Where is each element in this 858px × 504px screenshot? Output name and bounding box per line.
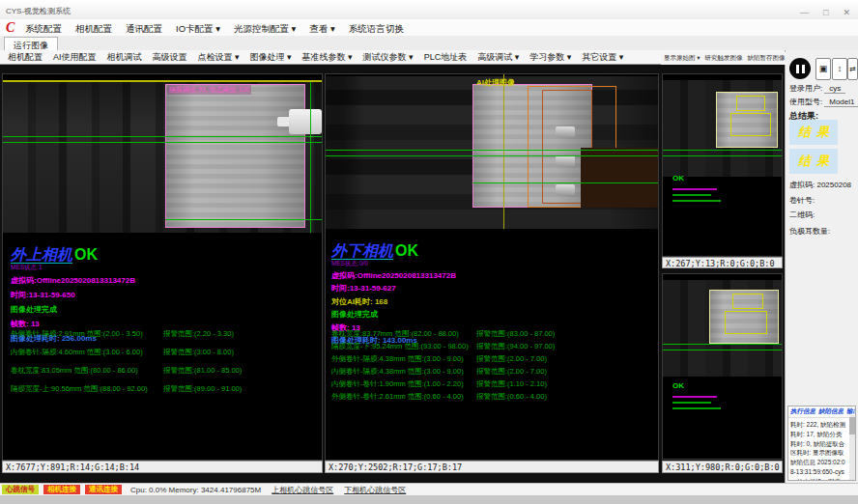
result-box-upper: 结果	[789, 120, 838, 145]
camera-name: 外下相机	[331, 242, 393, 260]
baseline-yellow-line	[3, 80, 322, 82]
thumbnail-view-top[interactable]: OK	[662, 73, 783, 257]
toolbar-item-image-process[interactable]: 图像处理 ▾	[250, 51, 292, 64]
menu-item-language[interactable]: 系统语言切换	[349, 23, 404, 36]
measurement-text: 隔膜宽度-上:90.56mm 范围:(88.00 - 92.00)	[11, 384, 163, 403]
process-done-line: 图像处理完成	[11, 304, 300, 315]
toolbar-item-baseline-params[interactable]: 基准线参数 ▾	[302, 51, 353, 64]
model-value: Model1	[824, 98, 858, 107]
toolbar-item-tester-params[interactable]: 测试仪参数 ▾	[363, 51, 414, 64]
menu-item-camera-config[interactable]: 相机配置	[75, 23, 112, 36]
menu-item-comm-config[interactable]: 通讯配置	[126, 23, 162, 36]
measurement-text: 隔膜宽度-下:95.24mm 范围:(93.00 - 98.00)	[331, 342, 476, 354]
toolbar-item-camera-config[interactable]: 相机配置	[8, 51, 43, 64]
menu-item-system-config[interactable]: 系统配置	[25, 23, 62, 36]
pixel-coordinate-bar: X:270;Y:2502;R:17;G:17;B:17	[325, 461, 659, 473]
measure-green-line-vertical	[310, 82, 311, 233]
alarm-range-text: 报警范围:(2.20 - 3.30)	[163, 329, 234, 348]
menu-item-io-config[interactable]: IO卡配置 ▾	[176, 23, 220, 36]
tab-defect-cache-image[interactable]: 缺陷暂存图像	[748, 54, 786, 63]
toolbar-item-other-settings[interactable]: 其它设置 ▾	[582, 51, 623, 64]
toolbar-item-spot-check[interactable]: 点检设置 ▾	[198, 51, 240, 64]
info-log-tabs: 执行信息 缺陷信息 输出信息	[788, 406, 855, 418]
alarm-range-text: 报警范围:(0.60 - 4.00)	[476, 392, 547, 405]
measurement-text: 内侧卷针-隔膜:4.38mm 范围:(3.00 - 9.00)	[331, 367, 476, 379]
login-user-label: 登录用户:	[789, 84, 822, 93]
camera-result-line: 外上相机OK	[11, 246, 300, 264]
grid-tool-button[interactable]: ▣	[815, 58, 831, 80]
toolbar-item-advanced-settings[interactable]: 高级设置	[153, 51, 187, 64]
toolbar-item-plc-table[interactable]: PLC地址表	[424, 51, 468, 64]
swap-arrow-icon: ⇄	[849, 65, 856, 73]
swap-tool-button[interactable]: ⇄	[847, 58, 858, 80]
virtual-code-line: 虚拟码:Offline2025020813313472B	[331, 270, 621, 281]
view-tab-strip: 运行图像	[0, 36, 858, 51]
measurement-row: 内侧卷针-卷针:1.90mm 范围:(1.00 - 2.20) 报警范围:(1.…	[331, 379, 656, 392]
process-done-line: 图像处理完成	[331, 309, 621, 320]
title-bar: CYS-视觉检测系统 — □ ✕	[0, 0, 858, 20]
text-line-decoration	[672, 188, 717, 190]
measurement-row: 内侧卷针-隔膜:4.38mm 范围:(3.00 - 9.00) 报警范围:(2.…	[331, 367, 656, 379]
menu-item-view[interactable]: 查看 ▾	[309, 23, 334, 36]
toolbar-item-camera-debug[interactable]: 相机调试	[107, 51, 142, 64]
measure-green-line	[663, 150, 782, 151]
measurement-text: 外侧卷针-隔膜:4.38mm 范围:(3.00 - 9.00)	[331, 354, 476, 367]
pixel-coordinate-bar: X:267;Y:13;R:0;G:0;B:0	[662, 257, 783, 268]
model-label: 使用型号:	[789, 98, 822, 106]
camera-view-upper-outer[interactable]: 隔膜阈值:93, 动态阈值:100 外上相机OK MES状态:1 虚拟码:Off…	[2, 73, 323, 461]
detect-box-yellow	[732, 294, 763, 309]
measurement-row: 隔膜宽度-上:90.56mm 范围:(88.00 - 92.00) 报警范围:(…	[11, 384, 322, 403]
lower-camera-heartbeat-link[interactable]: 下相机心跳信号区	[344, 485, 406, 495]
time-line: 时间:13-31-59-627	[331, 283, 621, 294]
alarm-range-text: 报警范围:(83.00 - 87.00)	[476, 329, 555, 342]
electrode-tab	[556, 126, 575, 137]
window-controls: — □ ✕	[800, 8, 850, 17]
result-overlay-mini: OK	[672, 167, 721, 202]
info-log-scrollbar[interactable]	[849, 415, 855, 480]
thumbnail-view-bottom[interactable]: OK	[662, 273, 783, 460]
alarm-range-text: 报警范围:(2.00 - 7.00)	[476, 367, 547, 379]
maximize-button[interactable]: □	[823, 8, 828, 17]
updown-tool-button[interactable]: ↕	[832, 58, 847, 80]
upper-camera-heartbeat-link[interactable]: 上相机心跳信号区	[272, 485, 333, 495]
measurement-text: 外侧卷针-卷针:2.61mm 范围:(0.60 - 4.00)	[331, 392, 476, 405]
minimize-button[interactable]: —	[800, 8, 809, 17]
toolbar-item-advanced-debug[interactable]: 高级调试 ▾	[477, 51, 519, 64]
window-title: CYS-视觉检测系统	[6, 6, 71, 16]
mes-status: MES状态:0/0	[331, 260, 621, 267]
measurement-row: 外侧卷针-隔膜:2.91mm 范围:(2.00 - 3.50) 报警范围:(2.…	[11, 329, 322, 348]
ai-elapsed-line: 对位AI耗时: 168	[331, 296, 621, 307]
status-bar: 心跳信号 相机连接 通讯连接 Cpu: 0.0% Memory: 3424.41…	[0, 483, 858, 495]
text-line-decoration	[672, 194, 711, 196]
tab-trigger-image[interactable]: 研究触发图像	[705, 54, 743, 63]
text-line-decoration	[672, 407, 721, 409]
frame-count-line: 帧数: 13	[11, 319, 300, 329]
pause-button[interactable]	[789, 58, 811, 79]
menu-item-light-config[interactable]: 光源控制配置 ▾	[234, 23, 296, 36]
app-logo-icon: C	[6, 20, 14, 36]
measurement-row: 隔膜宽度-下:95.24mm 范围:(93.00 - 98.00) 报警范围:(…	[331, 342, 656, 354]
tab-exec-info[interactable]: 执行信息	[790, 407, 815, 416]
login-user-row: 登录用户:cys	[789, 83, 845, 94]
measure-green-line	[3, 136, 322, 137]
camera-view-lower-outer[interactable]: AI处理图像 外下相机OK MES状态:0/0 虚拟码:Offline20250…	[325, 73, 659, 461]
measure-green-line	[326, 155, 658, 156]
camera-result-line: 外下相机OK	[331, 242, 621, 260]
virtual-code-label: 虚拟码: 20250208	[789, 180, 851, 190]
electrode-tab	[556, 184, 575, 195]
result-box-lower: 结果	[789, 149, 838, 174]
toolbar-item-learn-params[interactable]: 学习参数 ▾	[529, 51, 571, 64]
close-button[interactable]: ✕	[843, 8, 850, 17]
connector-block	[289, 109, 322, 134]
measure-green-line	[326, 150, 658, 151]
ai-image-label: AI处理图像	[476, 77, 515, 88]
text-line-decoration	[672, 402, 711, 404]
tab-defect-info[interactable]: 缺陷信息	[818, 407, 844, 416]
battery-cell-image	[165, 84, 305, 228]
toolbar-item-ai-config[interactable]: AI使用配置	[53, 51, 97, 64]
tab-original-image[interactable]: 显示原始图 ▾	[664, 54, 701, 63]
tab-count-label: 负极耳数量:	[789, 226, 830, 237]
status-ok-label: OK	[74, 246, 98, 263]
time-line: 时间:13-31-59-650	[11, 290, 300, 300]
scrollbar-thumb[interactable]	[849, 417, 855, 434]
